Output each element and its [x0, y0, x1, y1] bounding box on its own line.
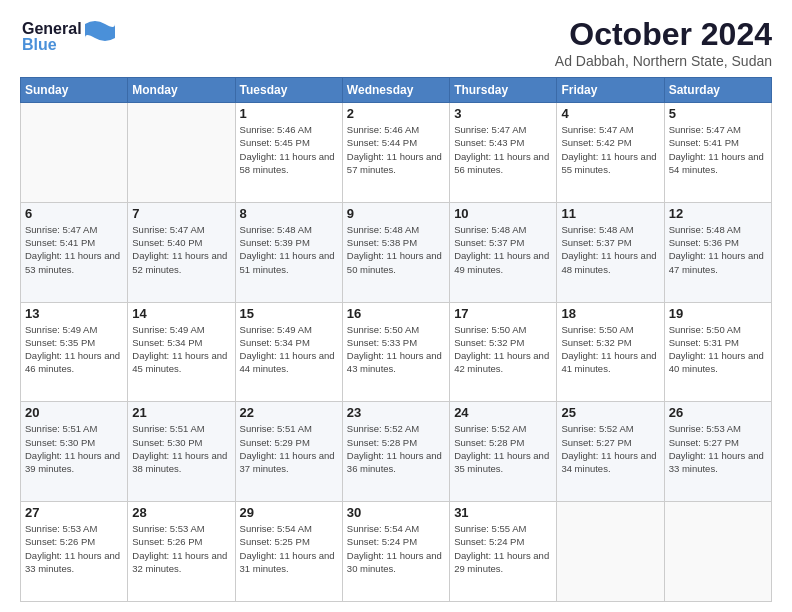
table-row: 20Sunrise: 5:51 AMSunset: 5:30 PMDayligh… [21, 402, 128, 502]
calendar-table: Sunday Monday Tuesday Wednesday Thursday… [20, 77, 772, 602]
day-number: 20 [25, 405, 123, 420]
day-number: 17 [454, 306, 552, 321]
col-thursday: Thursday [450, 78, 557, 103]
day-number: 2 [347, 106, 445, 121]
col-wednesday: Wednesday [342, 78, 449, 103]
table-row: 21Sunrise: 5:51 AMSunset: 5:30 PMDayligh… [128, 402, 235, 502]
day-number: 11 [561, 206, 659, 221]
day-info: Sunrise: 5:53 AMSunset: 5:27 PMDaylight:… [669, 422, 767, 475]
calendar-header-row: Sunday Monday Tuesday Wednesday Thursday… [21, 78, 772, 103]
table-row: 26Sunrise: 5:53 AMSunset: 5:27 PMDayligh… [664, 402, 771, 502]
table-row [21, 103, 128, 203]
day-info: Sunrise: 5:51 AMSunset: 5:29 PMDaylight:… [240, 422, 338, 475]
day-number: 26 [669, 405, 767, 420]
calendar-week-row: 27Sunrise: 5:53 AMSunset: 5:26 PMDayligh… [21, 502, 772, 602]
table-row: 14Sunrise: 5:49 AMSunset: 5:34 PMDayligh… [128, 302, 235, 402]
table-row: 25Sunrise: 5:52 AMSunset: 5:27 PMDayligh… [557, 402, 664, 502]
page: General Blue October 2024 Ad Dabbah, Nor… [0, 0, 792, 612]
day-number: 19 [669, 306, 767, 321]
day-info: Sunrise: 5:54 AMSunset: 5:24 PMDaylight:… [347, 522, 445, 575]
day-info: Sunrise: 5:52 AMSunset: 5:27 PMDaylight:… [561, 422, 659, 475]
table-row: 22Sunrise: 5:51 AMSunset: 5:29 PMDayligh… [235, 402, 342, 502]
table-row: 17Sunrise: 5:50 AMSunset: 5:32 PMDayligh… [450, 302, 557, 402]
day-number: 30 [347, 505, 445, 520]
day-info: Sunrise: 5:53 AMSunset: 5:26 PMDaylight:… [25, 522, 123, 575]
day-info: Sunrise: 5:50 AMSunset: 5:32 PMDaylight:… [561, 323, 659, 376]
table-row [664, 502, 771, 602]
day-number: 14 [132, 306, 230, 321]
day-info: Sunrise: 5:52 AMSunset: 5:28 PMDaylight:… [454, 422, 552, 475]
table-row: 3Sunrise: 5:47 AMSunset: 5:43 PMDaylight… [450, 103, 557, 203]
day-number: 24 [454, 405, 552, 420]
calendar-week-row: 13Sunrise: 5:49 AMSunset: 5:35 PMDayligh… [21, 302, 772, 402]
header: General Blue October 2024 Ad Dabbah, Nor… [20, 16, 772, 69]
table-row: 30Sunrise: 5:54 AMSunset: 5:24 PMDayligh… [342, 502, 449, 602]
day-info: Sunrise: 5:54 AMSunset: 5:25 PMDaylight:… [240, 522, 338, 575]
col-tuesday: Tuesday [235, 78, 342, 103]
col-monday: Monday [128, 78, 235, 103]
day-info: Sunrise: 5:50 AMSunset: 5:31 PMDaylight:… [669, 323, 767, 376]
day-info: Sunrise: 5:49 AMSunset: 5:35 PMDaylight:… [25, 323, 123, 376]
calendar-week-row: 1Sunrise: 5:46 AMSunset: 5:45 PMDaylight… [21, 103, 772, 203]
title-block: October 2024 Ad Dabbah, Northern State, … [555, 16, 772, 69]
day-info: Sunrise: 5:48 AMSunset: 5:37 PMDaylight:… [561, 223, 659, 276]
table-row: 27Sunrise: 5:53 AMSunset: 5:26 PMDayligh… [21, 502, 128, 602]
logo-svg: General Blue [20, 16, 120, 58]
day-info: Sunrise: 5:50 AMSunset: 5:33 PMDaylight:… [347, 323, 445, 376]
day-info: Sunrise: 5:48 AMSunset: 5:38 PMDaylight:… [347, 223, 445, 276]
calendar-week-row: 6Sunrise: 5:47 AMSunset: 5:41 PMDaylight… [21, 202, 772, 302]
day-info: Sunrise: 5:46 AMSunset: 5:45 PMDaylight:… [240, 123, 338, 176]
day-number: 31 [454, 505, 552, 520]
day-number: 18 [561, 306, 659, 321]
day-info: Sunrise: 5:48 AMSunset: 5:37 PMDaylight:… [454, 223, 552, 276]
table-row: 1Sunrise: 5:46 AMSunset: 5:45 PMDaylight… [235, 103, 342, 203]
table-row: 4Sunrise: 5:47 AMSunset: 5:42 PMDaylight… [557, 103, 664, 203]
table-row: 18Sunrise: 5:50 AMSunset: 5:32 PMDayligh… [557, 302, 664, 402]
table-row: 12Sunrise: 5:48 AMSunset: 5:36 PMDayligh… [664, 202, 771, 302]
col-friday: Friday [557, 78, 664, 103]
day-number: 21 [132, 405, 230, 420]
day-number: 16 [347, 306, 445, 321]
day-number: 23 [347, 405, 445, 420]
table-row: 7Sunrise: 5:47 AMSunset: 5:40 PMDaylight… [128, 202, 235, 302]
day-info: Sunrise: 5:53 AMSunset: 5:26 PMDaylight:… [132, 522, 230, 575]
table-row: 19Sunrise: 5:50 AMSunset: 5:31 PMDayligh… [664, 302, 771, 402]
table-row: 5Sunrise: 5:47 AMSunset: 5:41 PMDaylight… [664, 103, 771, 203]
calendar-title: October 2024 [555, 16, 772, 53]
table-row: 13Sunrise: 5:49 AMSunset: 5:35 PMDayligh… [21, 302, 128, 402]
day-info: Sunrise: 5:51 AMSunset: 5:30 PMDaylight:… [25, 422, 123, 475]
day-info: Sunrise: 5:48 AMSunset: 5:36 PMDaylight:… [669, 223, 767, 276]
day-info: Sunrise: 5:55 AMSunset: 5:24 PMDaylight:… [454, 522, 552, 575]
table-row: 11Sunrise: 5:48 AMSunset: 5:37 PMDayligh… [557, 202, 664, 302]
table-row: 16Sunrise: 5:50 AMSunset: 5:33 PMDayligh… [342, 302, 449, 402]
table-row: 8Sunrise: 5:48 AMSunset: 5:39 PMDaylight… [235, 202, 342, 302]
day-number: 4 [561, 106, 659, 121]
day-number: 12 [669, 206, 767, 221]
day-number: 13 [25, 306, 123, 321]
table-row: 10Sunrise: 5:48 AMSunset: 5:37 PMDayligh… [450, 202, 557, 302]
day-info: Sunrise: 5:47 AMSunset: 5:41 PMDaylight:… [25, 223, 123, 276]
day-number: 22 [240, 405, 338, 420]
day-info: Sunrise: 5:47 AMSunset: 5:41 PMDaylight:… [669, 123, 767, 176]
day-number: 8 [240, 206, 338, 221]
day-info: Sunrise: 5:47 AMSunset: 5:40 PMDaylight:… [132, 223, 230, 276]
day-number: 15 [240, 306, 338, 321]
day-number: 1 [240, 106, 338, 121]
day-number: 27 [25, 505, 123, 520]
day-number: 28 [132, 505, 230, 520]
day-number: 7 [132, 206, 230, 221]
day-info: Sunrise: 5:52 AMSunset: 5:28 PMDaylight:… [347, 422, 445, 475]
day-number: 6 [25, 206, 123, 221]
svg-text:General: General [22, 20, 82, 37]
col-sunday: Sunday [21, 78, 128, 103]
table-row: 29Sunrise: 5:54 AMSunset: 5:25 PMDayligh… [235, 502, 342, 602]
table-row: 28Sunrise: 5:53 AMSunset: 5:26 PMDayligh… [128, 502, 235, 602]
table-row [128, 103, 235, 203]
day-info: Sunrise: 5:50 AMSunset: 5:32 PMDaylight:… [454, 323, 552, 376]
day-number: 29 [240, 505, 338, 520]
calendar-subtitle: Ad Dabbah, Northern State, Sudan [555, 53, 772, 69]
day-info: Sunrise: 5:49 AMSunset: 5:34 PMDaylight:… [132, 323, 230, 376]
svg-text:Blue: Blue [22, 36, 57, 53]
day-number: 9 [347, 206, 445, 221]
day-info: Sunrise: 5:46 AMSunset: 5:44 PMDaylight:… [347, 123, 445, 176]
